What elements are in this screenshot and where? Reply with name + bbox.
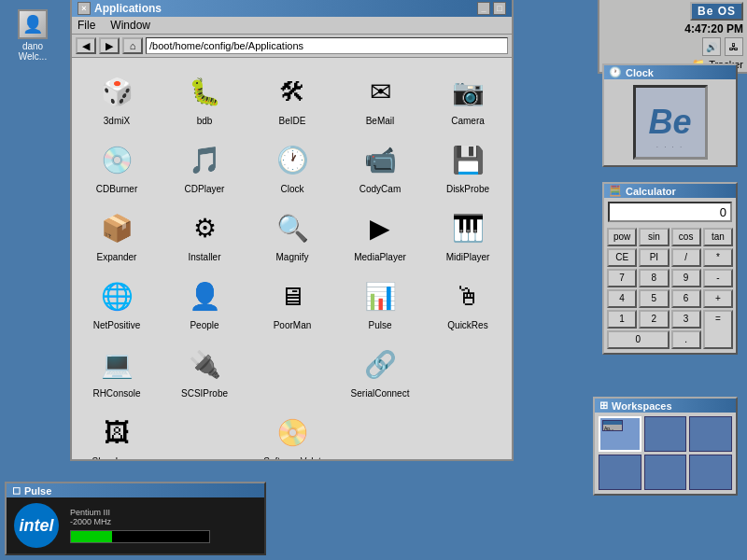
address-input[interactable] bbox=[146, 37, 508, 54]
app-icon-label-installer: Installer bbox=[188, 252, 220, 262]
calc-btn-[interactable]: / bbox=[671, 248, 701, 267]
workspace-2[interactable] bbox=[644, 416, 687, 452]
app-icon-poorman[interactable]: 🖥PoorMan bbox=[255, 270, 330, 334]
app-icon-img-installer: ⚙ bbox=[182, 205, 227, 250]
pulse-widget: ◻ Pulse intel Pentium III -2000 MHz bbox=[5, 482, 266, 555]
workspace-6[interactable] bbox=[689, 455, 732, 490]
calc-btn-7[interactable]: 7 bbox=[607, 269, 637, 287]
app-icon-label-softwarevalet: SoftwareValet bbox=[263, 456, 321, 459]
app-icon-img-cdburner: 💿 bbox=[94, 137, 139, 182]
network-icon[interactable]: 🖧 bbox=[725, 37, 743, 56]
app-icon-img-people: 👤 bbox=[182, 273, 227, 318]
app-icon-codycam[interactable]: 📹CodyCam bbox=[343, 133, 417, 198]
menu-window[interactable]: Window bbox=[110, 19, 150, 32]
app-icon-mediaplayer[interactable]: ▶MediaPlayer bbox=[343, 202, 417, 266]
app-icon-clock[interactable]: 🕐Clock bbox=[255, 133, 330, 198]
calc-btn-8[interactable]: 8 bbox=[639, 269, 669, 287]
app-icon-showimage[interactable]: 🖼ShowImage bbox=[79, 406, 154, 459]
app-icon-beide[interactable]: 🛠BeIDE bbox=[255, 65, 330, 130]
workspaces-title: ⊞ Workspaces bbox=[595, 399, 736, 413]
workspace-4[interactable] bbox=[599, 455, 641, 490]
app-icon-rhconsole[interactable]: 💻RHConsole bbox=[79, 338, 154, 402]
cpu-speed: -2000 MHz bbox=[70, 517, 210, 526]
app-icon-softwarevalet[interactable]: 📀SoftwareValet bbox=[255, 406, 330, 459]
app-icon-label-rhconsole: RHConsole bbox=[92, 388, 140, 399]
app-icon-label-bdb: bdb bbox=[197, 116, 213, 126]
calc-btn-0[interactable]: 0 bbox=[607, 330, 669, 349]
app-icon-label-bemail: BeMail bbox=[366, 116, 395, 126]
calc-btn-[interactable]: . bbox=[671, 330, 701, 349]
calc-btn-9[interactable]: 9 bbox=[671, 269, 701, 287]
calc-btn-PI[interactable]: PI bbox=[639, 248, 669, 267]
app-icon-cdplayer[interactable]: 🎵CDPlayer bbox=[167, 133, 242, 198]
app-icon-label-diskprobe: DiskProbe bbox=[446, 184, 489, 194]
app-icon-label-midiplayer: MidiPlayer bbox=[446, 252, 490, 262]
pulse-icon: ◻ bbox=[12, 484, 21, 497]
calc-btn-2[interactable]: 2 bbox=[639, 310, 669, 329]
calc-btn-1[interactable]: 1 bbox=[607, 310, 637, 329]
calc-btn-[interactable]: * bbox=[703, 248, 733, 267]
app-icon-img-pulse: 📊 bbox=[358, 273, 402, 318]
home-button[interactable]: ⌂ bbox=[122, 37, 143, 54]
app-icon-img-midiplayer: 🎹 bbox=[445, 205, 490, 250]
app-window-title: Applications bbox=[94, 2, 162, 15]
app-icon-img-cdplayer: 🎵 bbox=[182, 137, 227, 182]
app-icon-img-serialconnect: 🔗 bbox=[358, 342, 402, 386]
calc-btn-[interactable]: - bbox=[703, 269, 733, 287]
volume-icon[interactable]: 🔊 bbox=[702, 37, 721, 56]
app-icon-expander[interactable]: 📦Expander bbox=[79, 202, 154, 266]
app-icon-img-diskprobe: 💾 bbox=[445, 137, 490, 182]
app-icon-serialconnect[interactable]: 🔗SerialConnect bbox=[343, 338, 417, 402]
taskbar-icons: 🔊 🖧 bbox=[702, 37, 743, 56]
app-icon-installer[interactable]: ⚙Installer bbox=[167, 202, 242, 266]
close-button[interactable]: × bbox=[78, 2, 91, 15]
calc-btn-3[interactable]: 3 bbox=[671, 310, 701, 329]
workspace-1[interactable]: Ap... bbox=[599, 416, 641, 452]
calc-btn-pow[interactable]: pow bbox=[607, 228, 637, 246]
calc-btn-tan[interactable]: tan bbox=[703, 228, 733, 246]
calc-btn-[interactable]: + bbox=[703, 289, 733, 308]
app-icon-grid: 🎲3dmiX🐛bdb🛠BeIDE✉BeMail📷Camera💿CDBurner🎵… bbox=[72, 58, 512, 459]
app-icon-img-camera: 📷 bbox=[445, 69, 490, 114]
app-icon-quickres[interactable]: 🖱QuickRes bbox=[430, 270, 505, 334]
app-icon-pulse[interactable]: 📊Pulse bbox=[343, 270, 417, 334]
app-icon-label-poorman: PoorMan bbox=[274, 320, 312, 330]
minimize-button[interactable]: _ bbox=[477, 2, 490, 15]
app-icon-3dmix[interactable]: 🎲3dmiX bbox=[79, 65, 154, 130]
clock-icon: 🕐 bbox=[609, 66, 622, 78]
app-icon-people[interactable]: 👤People bbox=[167, 270, 242, 334]
calc-btn-4[interactable]: 4 bbox=[607, 289, 637, 308]
back-button[interactable]: ◀ bbox=[76, 37, 96, 54]
calc-btn-CE[interactable]: CE bbox=[607, 248, 637, 267]
app-icon-label-expander: Expander bbox=[97, 252, 137, 262]
calculator-title-text: Calculator bbox=[626, 186, 676, 197]
app-icon-scsiprobe[interactable]: 🔌SCSIProbe bbox=[167, 338, 242, 402]
desktop-icon-dano[interactable]: 👤 dano Welc... bbox=[9, 9, 56, 62]
calc-btn-cos[interactable]: cos bbox=[671, 228, 701, 246]
app-icon-cdburner[interactable]: 💿CDBurner bbox=[79, 133, 154, 198]
app-icon-img-mediaplayer: ▶ bbox=[358, 205, 402, 250]
app-icon-midiplayer[interactable]: 🎹MidiPlayer bbox=[430, 202, 505, 266]
calc-btn-5[interactable]: 5 bbox=[639, 289, 669, 308]
intel-logo: intel bbox=[14, 503, 59, 548]
clock-widget: 🕐 Clock Be · · · · bbox=[602, 63, 738, 167]
calc-btn-[interactable]: = bbox=[703, 310, 733, 349]
workspaces-widget: ⊞ Workspaces Ap... bbox=[593, 397, 738, 496]
maximize-button[interactable]: □ bbox=[493, 2, 506, 15]
app-icon-label-clock: Clock bbox=[280, 184, 303, 194]
app-icon-img-3dmix: 🎲 bbox=[94, 69, 139, 114]
app-icon-magnify[interactable]: 🔍Magnify bbox=[255, 202, 330, 266]
calc-btn-sin[interactable]: sin bbox=[639, 228, 669, 246]
app-icon-bemail[interactable]: ✉BeMail bbox=[343, 65, 417, 130]
workspace-5[interactable] bbox=[644, 455, 687, 490]
workspace-3[interactable] bbox=[689, 416, 732, 452]
calc-btn-6[interactable]: 6 bbox=[671, 289, 701, 308]
menu-file[interactable]: File bbox=[78, 19, 95, 32]
app-icon-diskprobe[interactable]: 💾DiskProbe bbox=[430, 133, 505, 198]
app-icon-camera[interactable]: 📷Camera bbox=[430, 65, 505, 130]
app-icon-img-codycam: 📹 bbox=[358, 137, 402, 182]
app-icon-bdb[interactable]: 🐛bdb bbox=[167, 65, 242, 130]
app-icon-img-netpositive: 🌐 bbox=[94, 273, 139, 318]
app-icon-netpositive[interactable]: 🌐NetPositive bbox=[79, 270, 154, 334]
forward-button[interactable]: ▶ bbox=[99, 37, 120, 54]
